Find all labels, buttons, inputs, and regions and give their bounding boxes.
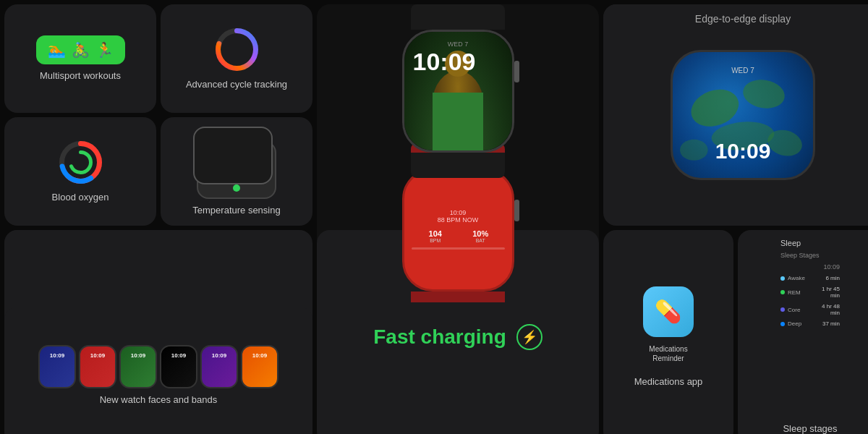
mini-watch-3: 10:09 xyxy=(119,345,157,388)
edge-watch-globe: WED 7 10:09 xyxy=(671,50,815,180)
sleep-time: 10:09 xyxy=(823,263,840,271)
awake-val: 6 min xyxy=(814,275,840,281)
deep-dot xyxy=(780,322,785,326)
svg-point-11 xyxy=(680,140,708,161)
red-data-top-right: 10% BAT xyxy=(459,229,502,243)
sleep-bar-deep: Deep 37 min xyxy=(780,320,840,327)
red-chart-bar xyxy=(412,247,505,250)
tile-edge-display: Edge-to-edge display WED 7 10:09 xyxy=(603,4,868,226)
medications-icon: 💊 xyxy=(643,286,694,337)
red-watch-bpm: 88 BPM NOW xyxy=(438,216,479,224)
mini-watch-time-5: 10:09 xyxy=(202,352,237,359)
mini-watch-1: 10:09 xyxy=(38,345,76,388)
pill-icon: 💊 xyxy=(655,299,681,324)
red-watch-time-label: 10:09 xyxy=(450,209,467,216)
charge-icon: ⚡ xyxy=(516,324,542,350)
temp-watch-stack xyxy=(190,127,284,199)
rem-label: REM xyxy=(788,289,808,296)
sleep-subtitle: Sleep Stages xyxy=(780,252,820,259)
dark-watch: WED 7 10:09 xyxy=(402,4,514,178)
globe-date: WED 7 xyxy=(731,67,754,75)
mini-watch-time-6: 10:09 xyxy=(242,352,277,359)
temp-sensing-label: Temperature sensing xyxy=(192,205,280,217)
dark-strap-bottom xyxy=(411,153,505,178)
dark-watch-time: 10:09 xyxy=(413,49,476,74)
multisport-label: Multisport workouts xyxy=(40,70,121,82)
svg-point-9 xyxy=(741,77,787,111)
tile-medications: 💊 MedicationsReminder Medications app xyxy=(603,230,733,434)
red-watch-case: 10:09 88 BPM NOW 104 BPM 10% BAT xyxy=(402,169,514,292)
battery-label: BAT xyxy=(476,238,485,243)
temp-watch-front xyxy=(193,127,273,184)
mini-watch-time-4: 10:09 xyxy=(161,352,196,359)
sleep-container: Sleep Sleep Stages 10:09 Awake 6 min REM… xyxy=(775,230,846,434)
globe-watch-crown xyxy=(813,97,815,133)
edge-watch-container: Edge-to-edge display WED 7 10:09 xyxy=(671,4,815,226)
sleep-title: Sleep xyxy=(780,239,801,247)
awake-dot xyxy=(780,276,785,281)
deep-val: 37 min xyxy=(814,320,840,327)
medications-reminder: MedicationsReminder xyxy=(649,344,687,363)
bike-icon: 🚴 xyxy=(72,41,90,59)
watch-portrait-face: WED 7 10:09 xyxy=(404,32,512,150)
red-watch-data: 104 BPM 10% BAT xyxy=(412,226,505,246)
dark-strap-top xyxy=(411,4,505,30)
tile-multisport: 🏊 🚴 🏃 Multisport workouts xyxy=(4,4,156,113)
tile-cycle-tracking: Advanced cycle tracking xyxy=(161,4,312,113)
mini-watch-5: 10:09 xyxy=(200,345,238,388)
svg-point-7 xyxy=(70,153,90,173)
mini-watch-time-1: 10:09 xyxy=(40,352,75,359)
fast-charging-text: Fast charging xyxy=(373,326,506,349)
awake-label: Awake xyxy=(788,275,808,281)
mini-watch-time-2: 10:09 xyxy=(80,352,115,359)
tile-sleep-stages: Sleep Sleep Stages 10:09 Awake 6 min REM… xyxy=(738,230,868,434)
sleep-stages-label: Sleep stages xyxy=(783,423,837,434)
tile-watch-faces: 10:09 10:09 10:09 10:09 10:09 10:09 New … xyxy=(4,307,312,434)
rem-dot xyxy=(780,290,785,294)
battery-val: 10% xyxy=(472,229,488,238)
core-dot xyxy=(780,307,785,312)
sleep-bar-rem: REM 1 hr 45 min xyxy=(780,286,840,299)
bpm-label: BPM xyxy=(430,238,441,243)
tile-temp-sensing: Temperature sensing xyxy=(161,117,312,226)
blood-oxygen-label: Blood oxygen xyxy=(52,192,109,204)
edge-display-label: Edge-to-edge display xyxy=(671,13,815,25)
sensor-dot xyxy=(233,184,240,192)
red-watch-face: 10:09 88 BPM NOW 104 BPM 10% BAT xyxy=(404,171,512,289)
core-label: Core xyxy=(788,307,808,313)
red-data-top-left: 104 BPM xyxy=(414,229,457,243)
red-watch-crown xyxy=(514,200,519,221)
bpm-val: 104 xyxy=(429,229,442,238)
swim-icon: 🏊 xyxy=(48,41,66,59)
dark-watch-case: WED 7 10:09 xyxy=(402,30,514,153)
sleep-bar-core: Core 4 hr 48 min xyxy=(780,303,840,316)
deep-label: Deep xyxy=(788,320,808,327)
watch-crown xyxy=(514,61,519,82)
multisport-icons: 🏊 🚴 🏃 xyxy=(36,35,125,64)
run-icon: 🏃 xyxy=(95,41,114,59)
cycle-ring-icon xyxy=(213,26,260,73)
mini-watch-time-3: 10:09 xyxy=(121,352,156,359)
rem-val: 1 hr 45 min xyxy=(814,286,840,299)
sleep-bar-awake: Awake 6 min xyxy=(780,275,840,281)
core-val: 4 hr 48 min xyxy=(814,303,840,316)
cycle-tracking-label: Advanced cycle tracking xyxy=(186,79,287,91)
watch-faces-label: New watch faces and bands xyxy=(100,394,218,407)
mini-watch-6: 10:09 xyxy=(241,345,278,388)
main-grid: 🏊 🚴 🏃 Multisport workouts Advanced cycle… xyxy=(0,0,868,434)
globe-time: 10:09 xyxy=(715,139,771,163)
dark-watch-date: WED 7 xyxy=(448,41,469,48)
red-strap-bottom xyxy=(411,292,505,302)
portrait-figure xyxy=(433,71,483,150)
mini-watch-4: 10:09 xyxy=(160,345,197,388)
dark-watch-body: WED 7 10:09 xyxy=(402,4,514,178)
lightning-icon: ⚡ xyxy=(522,329,537,345)
portrait-shirt xyxy=(433,93,483,150)
watch-face-images: 10:09 10:09 10:09 10:09 10:09 10:09 xyxy=(33,345,284,388)
tile-blood-oxygen: Blood oxygen xyxy=(4,117,156,226)
meds-container: 💊 MedicationsReminder Medications app xyxy=(634,230,703,434)
medications-label: Medications app xyxy=(634,376,703,388)
blood-oxygen-icon xyxy=(57,139,104,186)
mini-watch-2: 10:09 xyxy=(79,345,116,388)
